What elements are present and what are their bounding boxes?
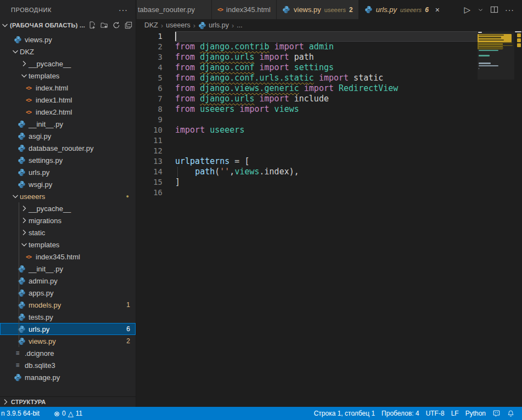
breadcrumb-item[interactable]: urls.py bbox=[198, 21, 229, 30]
tree-item-index2-html[interactable]: <>index2.html bbox=[0, 106, 136, 118]
tree-item-label: .dcignore bbox=[25, 349, 54, 357]
tree-item-migrations[interactable]: migrations bbox=[0, 214, 136, 226]
tree-item-DKZ[interactable]: DKZ bbox=[0, 46, 136, 58]
line-number: 12 bbox=[137, 146, 175, 156]
more-actions-icon[interactable]: ··· bbox=[503, 4, 517, 15]
code-line-2[interactable]: 2 from django.contrib import admin bbox=[137, 42, 522, 52]
tree-item-db-sqlite3[interactable]: ≡db.sqlite3 bbox=[0, 359, 136, 371]
status-cursor-position[interactable]: Строка 1, столбец 1 bbox=[311, 407, 378, 420]
code-line-15[interactable]: 15 ] bbox=[137, 177, 522, 188]
tab-urls-py[interactable]: urls.pyuseeers6× bbox=[359, 0, 447, 19]
status-language-mode[interactable]: Python bbox=[462, 407, 489, 420]
line-number: 15 bbox=[137, 177, 175, 188]
tree-item-database-roouter-py[interactable]: database_roouter.py bbox=[0, 142, 136, 154]
indent-guide bbox=[19, 226, 19, 239]
indent-guide bbox=[19, 202, 19, 214]
status-eol[interactable]: LF bbox=[448, 407, 462, 420]
minimap[interactable] bbox=[478, 31, 522, 407]
code-line-4[interactable]: 4 from django.conf import settings bbox=[137, 63, 522, 73]
line-number: 4 bbox=[137, 63, 175, 73]
code-line-7[interactable]: 7 from django.urls import include bbox=[137, 94, 522, 104]
tree-item-useeers[interactable]: useeers● bbox=[0, 190, 136, 202]
tree-item-static[interactable]: static bbox=[0, 226, 136, 239]
python-icon bbox=[282, 5, 290, 14]
outline-section-header[interactable]: СТРУКТУРА bbox=[0, 396, 136, 407]
tree-item-templates[interactable]: templates bbox=[0, 70, 136, 82]
tree-item-apps-py[interactable]: apps.py bbox=[0, 287, 136, 299]
status-feedback[interactable] bbox=[489, 407, 504, 420]
breadcrumb: DKZ›useeers›urls.py›... bbox=[137, 19, 522, 31]
tree-item--pycache-[interactable]: __pycache__ bbox=[0, 202, 136, 214]
tree-item-asgi-py[interactable]: asgi.py bbox=[0, 130, 136, 142]
tab-views-py[interactable]: views.pyuseeers2 bbox=[277, 0, 359, 19]
status-indentation[interactable]: Пробелов: 4 bbox=[378, 407, 423, 420]
code-line-5[interactable]: 5 from django.conf.urls.static import st… bbox=[137, 73, 522, 83]
chevron-right-icon bbox=[0, 398, 11, 406]
bell-icon bbox=[507, 410, 514, 418]
tab-problems-badge: 2 bbox=[349, 6, 353, 14]
tree-item-views-py[interactable]: views.py2 bbox=[0, 335, 136, 347]
tree-item-label: index.html bbox=[36, 84, 68, 92]
tree-item-admin-py[interactable]: admin.py bbox=[0, 275, 136, 287]
close-icon[interactable]: × bbox=[434, 5, 441, 14]
text-cursor bbox=[175, 32, 176, 41]
code-line-1[interactable]: 1 bbox=[137, 31, 522, 42]
split-editor-icon[interactable] bbox=[488, 4, 501, 15]
python-icon bbox=[364, 5, 373, 14]
tree-item-models-py[interactable]: models.py1 bbox=[0, 299, 136, 311]
code-line-12[interactable]: 12 bbox=[137, 146, 522, 156]
indent-guide bbox=[19, 335, 19, 347]
tree-item-wsgi-py[interactable]: wsgi.py bbox=[0, 178, 136, 190]
explorer-more-actions-icon[interactable]: ··· bbox=[115, 5, 131, 14]
section-action-button[interactable] bbox=[125, 21, 132, 29]
code-line-11[interactable]: 11 bbox=[137, 135, 522, 146]
tree-item-label: tests.py bbox=[29, 313, 53, 321]
section-action-button[interactable] bbox=[88, 21, 96, 29]
code-line-3[interactable]: 3 from django.urls import path bbox=[137, 52, 522, 63]
tree-item-urls-py[interactable]: urls.py6 bbox=[0, 323, 136, 335]
tree-item-tests-py[interactable]: tests.py bbox=[0, 311, 136, 323]
section-action-button[interactable] bbox=[113, 21, 120, 29]
line-number: 16 bbox=[137, 188, 175, 198]
code-line-8[interactable]: 8 from useeers import views bbox=[137, 104, 522, 115]
html-icon: <> bbox=[26, 254, 31, 260]
warning-icon: △ bbox=[68, 410, 74, 418]
breadcrumb-item[interactable]: useeers bbox=[166, 21, 190, 29]
tree-item-index345-html[interactable]: <>index345.html bbox=[0, 251, 136, 263]
tree-item-index-html[interactable]: <>index.html bbox=[0, 82, 136, 94]
tree-item-templates[interactable]: templates bbox=[0, 239, 136, 251]
tree-item-views-py[interactable]: views.py bbox=[0, 33, 136, 46]
tree-item--dcignore[interactable]: ≡.dcignore bbox=[0, 347, 136, 359]
tree-item-manage-py[interactable]: manage.py bbox=[0, 371, 136, 383]
code-line-16[interactable]: 16 bbox=[137, 188, 522, 198]
code-line-14[interactable]: 14 path('',views.index), bbox=[137, 167, 522, 177]
status-notifications[interactable] bbox=[504, 407, 518, 420]
tab-tabase-roouter-py[interactable]: tabase_roouter.py bbox=[137, 0, 212, 19]
editor-pane[interactable]: 1 2 from django.contrib import admin 3 f… bbox=[137, 31, 522, 407]
line-number: 6 bbox=[137, 83, 175, 94]
breadcrumb-item[interactable]: DKZ bbox=[144, 21, 158, 29]
code-line-13[interactable]: 13 urlpatterns = [ bbox=[137, 156, 522, 167]
code-line-6[interactable]: 6 from django.views.generic import Redir… bbox=[137, 83, 522, 94]
workspace-section-header[interactable]: (РАБОЧАЯ ОБЛАСТЬ) ... bbox=[0, 19, 136, 31]
section-action-button[interactable] bbox=[100, 21, 108, 29]
tree-item--init-py[interactable]: __init__.py bbox=[0, 118, 136, 130]
tree-item-settings-py[interactable]: settings.py bbox=[0, 154, 136, 166]
run-dropdown-icon[interactable] bbox=[475, 4, 486, 15]
status-problems[interactable]: ⊗0△11 bbox=[50, 407, 86, 420]
code-line-9[interactable]: 9 bbox=[137, 115, 522, 125]
tab-index345-html[interactable]: <>index345.html bbox=[212, 0, 277, 19]
tree-item-label: database_roouter.py bbox=[29, 144, 94, 152]
tree-item--init-py[interactable]: __init__.py bbox=[0, 263, 136, 275]
python-icon bbox=[14, 36, 22, 44]
tree-item--pycache-[interactable]: __pycache__ bbox=[0, 58, 136, 70]
status-encoding[interactable]: UTF-8 bbox=[423, 407, 448, 420]
explorer-header: ПРОВОДНИК ··· bbox=[0, 0, 136, 19]
tree-item-index1-html[interactable]: <>index1.html bbox=[0, 94, 136, 106]
vscode-window: ПРОВОДНИК ··· (РАБОЧАЯ ОБЛАСТЬ) ... view… bbox=[0, 0, 522, 420]
tree-item-urls-py[interactable]: urls.py bbox=[0, 166, 136, 178]
status-python-interpreter[interactable]: n 3.9.5 64-bit bbox=[0, 407, 43, 420]
breadcrumb-item[interactable]: ... bbox=[237, 21, 242, 29]
code-line-10[interactable]: 10 import useeers bbox=[137, 125, 522, 135]
run-icon[interactable]: ▷ bbox=[462, 4, 473, 16]
